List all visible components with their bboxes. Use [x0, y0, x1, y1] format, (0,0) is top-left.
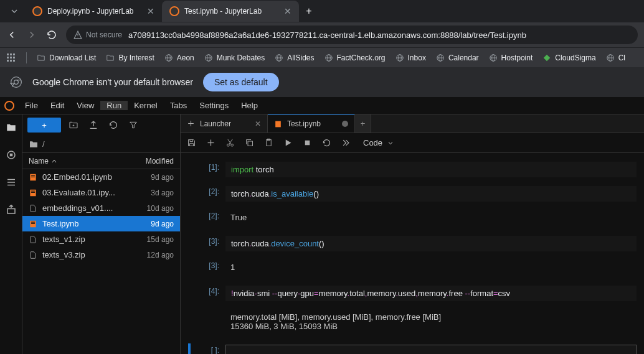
browser-tab-1[interactable]: Test.ipynb - JupyterLab✕	[162, 1, 299, 22]
breadcrumb[interactable]: /	[22, 136, 180, 153]
save-button[interactable]	[186, 137, 197, 149]
cut-button[interactable]	[224, 137, 236, 149]
file-list: 02.Embed.01.ipynb9d ago03.Evaluate.01.ip…	[22, 169, 180, 354]
svg-rect-9	[10, 60, 12, 62]
toc-tab[interactable]	[3, 174, 19, 190]
filter-button[interactable]	[126, 118, 141, 133]
code-cell[interactable]: [2]:torch.cuda.is_available()	[181, 185, 644, 203]
file-browser-tab[interactable]	[3, 119, 19, 136]
doc-tab-label: Test.ipynb	[287, 119, 321, 128]
menu-settings[interactable]: Settings	[193, 101, 235, 110]
tab-search-dropdown[interactable]	[5, 2, 24, 21]
file-modified: 10d ago	[134, 204, 174, 213]
cell-prompt: [4]:	[181, 286, 225, 301]
browser-tab-0[interactable]: Deploy.ipynb - JupyterLab✕	[25, 1, 162, 22]
restart-run-all-button[interactable]	[340, 137, 352, 149]
apps-button[interactable]	[6, 53, 16, 63]
file-row[interactable]: Test.ipynb9d ago	[22, 216, 180, 231]
bookmark-cl[interactable]: Cl	[606, 54, 625, 62]
set-default-button[interactable]: Set as default	[203, 73, 279, 91]
restart-button[interactable]	[321, 137, 333, 149]
doc-tab-launcher[interactable]: Launcher✕	[181, 114, 268, 133]
new-folder-button[interactable]	[66, 118, 81, 133]
extensions-tab[interactable]	[3, 202, 19, 218]
bookmark-label: Calendar	[448, 54, 479, 62]
close-tab-icon[interactable]: ✕	[284, 6, 291, 16]
running-tab[interactable]	[3, 147, 19, 163]
bookmark-aeon[interactable]: Aeon	[164, 54, 194, 62]
reload-button[interactable]	[46, 29, 57, 40]
code-cell[interactable]: [3]:torch.cuda.device_count()	[181, 235, 644, 253]
menu-kernel[interactable]: Kernel	[128, 101, 164, 110]
cell-body[interactable]: !nvidia-smi --query-gpu=memory.total,mem…	[225, 286, 637, 301]
menu-tabs[interactable]: Tabs	[164, 101, 193, 110]
paste-button[interactable]	[263, 137, 275, 149]
chrome-icon	[10, 76, 22, 88]
menu-run[interactable]: Run	[100, 101, 128, 110]
cell-body[interactable]	[225, 345, 637, 354]
code-cell[interactable]: [4]:!nvidia-smi --query-gpu=memory.total…	[181, 284, 644, 302]
run-button[interactable]	[282, 137, 294, 149]
bookmark-label: Download List	[49, 54, 96, 62]
activity-bar	[0, 114, 22, 354]
cell-body[interactable]: torch.cuda.device_count()	[225, 236, 637, 251]
bookmark-factcheck-org[interactable]: FactCheck.org	[324, 54, 386, 62]
menu-edit[interactable]: Edit	[44, 101, 70, 110]
jupyter-logo[interactable]	[0, 101, 19, 111]
file-row[interactable]: 03.Evaluate.01.ipy...3d ago	[22, 185, 180, 200]
tab-title: Deploy.ipynb - JupyterLab	[47, 7, 142, 16]
file-row[interactable]: 02.Embed.01.ipynb9d ago	[22, 169, 180, 185]
bookmark-label: By Interest	[118, 54, 154, 62]
file-row[interactable]: embeddings_v01....10d ago	[22, 200, 180, 216]
url-input[interactable]: Not secure a7089113cc0ab4998af8896a2a6a1…	[66, 26, 638, 44]
bookmark-label: Inbox	[408, 54, 426, 62]
bookmark-allsides[interactable]: AllSides	[275, 54, 314, 62]
file-row[interactable]: texts_v1.zip15d ago	[22, 231, 180, 247]
globe-icon	[275, 54, 283, 62]
cell-body: memory.total [MiB], memory.used [MiB], m…	[225, 310, 637, 333]
tab-icon	[187, 119, 195, 128]
bookmark-cloudsigma[interactable]: CloudSigma	[542, 54, 595, 62]
security-chip[interactable]: Not secure	[73, 30, 122, 39]
sort-by-modified[interactable]: Modified	[130, 153, 180, 169]
bookmarks-bar: Download ListBy InterestAeonMunk Debates…	[0, 47, 644, 67]
bookmark-by-interest[interactable]: By Interest	[106, 54, 154, 62]
forward-button[interactable]	[26, 29, 37, 40]
interrupt-button[interactable]	[301, 137, 313, 149]
jupyterlab-app: FileEditViewRunKernelTabsSettingsHelp + …	[0, 97, 644, 354]
svg-rect-54	[31, 221, 35, 222]
bookmark-munk-debates[interactable]: Munk Debates	[204, 54, 265, 62]
globe-icon	[489, 54, 498, 62]
menu-view[interactable]: View	[70, 101, 100, 110]
close-tab-icon[interactable]: ✕	[147, 6, 154, 16]
file-icon	[29, 251, 39, 259]
doc-tab-test-ipynb[interactable]: Test.ipynb	[268, 114, 355, 133]
insert-cell-button[interactable]	[205, 137, 217, 149]
file-row[interactable]: texts_v3.zip12d ago	[22, 247, 180, 263]
refresh-button[interactable]	[106, 118, 121, 133]
bookmark-download-list[interactable]: Download List	[37, 54, 96, 62]
back-button[interactable]	[6, 29, 17, 40]
cell-body[interactable]: import torch	[225, 162, 637, 177]
new-launcher-button[interactable]: +	[27, 118, 61, 133]
copy-button[interactable]	[244, 137, 255, 149]
sort-by-name[interactable]: Name	[22, 153, 130, 169]
cell-body[interactable]: torch.cuda.is_available()	[225, 186, 637, 202]
bookmark-calendar[interactable]: Calendar	[436, 54, 479, 62]
menu-file[interactable]: File	[19, 101, 44, 110]
output-cell: memory.total [MiB], memory.used [MiB], m…	[181, 309, 644, 335]
menu-help[interactable]: Help	[235, 101, 264, 110]
svg-rect-10	[13, 60, 15, 62]
doc-tab-label: Launcher	[200, 119, 231, 128]
bookmark-hostpoint[interactable]: Hostpoint	[489, 54, 533, 62]
upload-button[interactable]	[86, 118, 101, 133]
cell-type-select[interactable]: Code	[359, 138, 397, 147]
svg-rect-41	[9, 154, 12, 157]
code-cell[interactable]: [1]:import torch	[181, 161, 644, 179]
svg-rect-8	[7, 60, 9, 62]
add-tab-button[interactable]: +	[355, 114, 371, 133]
code-cell[interactable]: [ ]:	[181, 343, 644, 354]
close-icon[interactable]: ✕	[255, 119, 261, 128]
bookmark-inbox[interactable]: Inbox	[395, 54, 426, 62]
new-tab-button[interactable]: +	[300, 2, 318, 20]
